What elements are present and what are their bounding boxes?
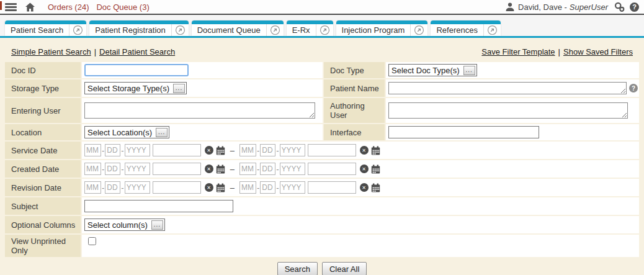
tab-strip: Patient Search Patient Registration Docu… (0, 15, 644, 38)
date-hyphen: - (121, 146, 123, 155)
service-to-calendar-icon[interactable] (371, 146, 380, 155)
doc-type-label: Doc Type (324, 62, 385, 78)
created-from-clear-icon[interactable]: ✕ (205, 165, 213, 173)
storage-type-browse-button[interactable]: ... (173, 84, 185, 93)
service-to-year-input[interactable] (280, 144, 305, 156)
optional-columns-label: Optional Columns (5, 216, 81, 233)
tab-injection-program[interactable]: Injection Program (336, 20, 428, 36)
created-from-day-input[interactable] (105, 163, 120, 175)
detail-patient-search-link[interactable]: Detail Patient Search (99, 47, 175, 56)
revision-to-clear-icon[interactable]: ✕ (360, 183, 369, 192)
view-unprinted-label: View Unprinted Only (5, 235, 81, 257)
created-from-month-input[interactable] (84, 163, 101, 175)
revision-from-calendar-icon[interactable] (216, 183, 225, 192)
storage-type-picker[interactable]: Select Storage Type(s) ... (84, 82, 187, 94)
hamburger-menu-icon[interactable] (5, 3, 17, 11)
top-header-bar: Orders (24) Doc Queue (3) David, Dave - … (0, 0, 644, 15)
view-unprinted-checkbox[interactable] (88, 237, 96, 245)
row-subject: Subject (5, 197, 639, 215)
revision-from-year-input[interactable] (125, 181, 150, 194)
tab-label: E-Rx (287, 25, 316, 35)
patient-name-label: Patient Name (324, 79, 385, 97)
created-to-day-input[interactable] (260, 163, 275, 175)
created-from-date-text-input[interactable] (153, 163, 201, 175)
search-mode-links: Simple Patient Search|Detail Patient Sea… (11, 47, 175, 56)
doc-id-input[interactable] (84, 64, 189, 76)
created-from-calendar-icon[interactable] (216, 165, 225, 174)
date-range-dash: – (230, 146, 235, 155)
clear-all-button[interactable]: Clear All (322, 262, 367, 275)
service-from-day-input[interactable] (105, 144, 120, 156)
service-from-calendar-icon[interactable] (216, 146, 225, 155)
search-button[interactable]: Search (277, 262, 318, 275)
revision-from-month-input[interactable] (84, 181, 101, 194)
tab-references[interactable]: References (431, 20, 500, 36)
help-icon[interactable]: ? (630, 2, 639, 12)
service-to-clear-icon[interactable]: ✕ (360, 146, 369, 155)
tab-label: Document Queue (192, 25, 266, 35)
open-new-window-icon[interactable] (69, 24, 86, 36)
service-from-date-text-input[interactable] (153, 144, 201, 156)
location-label: Location (5, 124, 81, 140)
created-to-month-input[interactable] (239, 163, 256, 175)
open-new-window-icon[interactable] (410, 24, 427, 36)
open-new-window-icon[interactable] (483, 24, 501, 36)
revision-to-date-text-input[interactable] (308, 181, 356, 194)
tab-e-rx[interactable]: E-Rx (287, 20, 333, 36)
tab-document-queue[interactable]: Document Queue (192, 20, 284, 36)
date-range-dash: – (230, 165, 235, 174)
revision-to-month-input[interactable] (239, 181, 256, 194)
patient-name-input[interactable] (388, 82, 627, 94)
revision-from-date-text-input[interactable] (153, 181, 201, 194)
created-date-label: Created Date (5, 160, 81, 178)
show-saved-filters-link[interactable]: Show Saved Filters (563, 47, 633, 56)
entering-user-input[interactable] (84, 102, 315, 119)
created-to-year-input[interactable] (280, 163, 305, 175)
link-icon[interactable] (614, 2, 625, 12)
created-to-calendar-icon[interactable] (371, 165, 380, 174)
action-buttons-row: Search Clear All (5, 258, 639, 275)
doc-type-picker[interactable]: Select Doc Type(s) ... (388, 64, 477, 76)
open-new-window-icon[interactable] (266, 24, 284, 36)
created-to-clear-icon[interactable]: ✕ (360, 165, 369, 173)
home-icon[interactable] (25, 2, 35, 12)
save-filter-template-link[interactable]: Save Filter Template (481, 47, 555, 56)
revision-from-clear-icon[interactable]: ✕ (205, 183, 213, 192)
date-hyphen: - (276, 146, 279, 155)
tab-patient-registration[interactable]: Patient Registration (89, 20, 188, 36)
open-new-window-icon[interactable] (316, 24, 333, 36)
doc-queue-nav-link[interactable]: Doc Queue (3) (96, 2, 149, 12)
authoring-user-input[interactable] (388, 102, 628, 119)
revision-from-day-input[interactable] (105, 181, 120, 194)
entering-user-label: Entering User (5, 98, 81, 123)
optional-columns-picker[interactable]: Select column(s) ... (84, 219, 165, 231)
service-to-month-input[interactable] (239, 144, 256, 156)
date-hyphen: - (257, 146, 259, 155)
link-separator: | (94, 47, 96, 56)
service-to-date-text-input[interactable] (308, 144, 356, 156)
subject-input[interactable] (84, 200, 233, 212)
tab-patient-search[interactable]: Patient Search (5, 20, 86, 36)
revision-to-day-input[interactable] (260, 181, 275, 194)
simple-patient-search-link[interactable]: Simple Patient Search (11, 47, 91, 56)
service-from-clear-icon[interactable]: ✕ (205, 146, 213, 155)
orders-nav-link[interactable]: Orders (24) (48, 2, 89, 12)
subject-label: Subject (5, 197, 81, 215)
patient-name-help-icon[interactable]: ? (629, 84, 638, 92)
revision-to-year-input[interactable] (280, 181, 305, 194)
location-picker[interactable]: Select Location(s) ... (84, 126, 169, 138)
service-from-month-input[interactable] (84, 144, 101, 156)
created-from-year-input[interactable] (125, 163, 150, 175)
optional-columns-browse-button[interactable]: ... (151, 220, 163, 230)
service-to-day-input[interactable] (260, 144, 275, 156)
service-from-year-input[interactable] (125, 144, 150, 156)
location-browse-button[interactable]: ... (156, 128, 168, 137)
doc-type-picker-value: Select Doc Type(s) (391, 66, 460, 75)
open-new-window-icon[interactable] (171, 24, 189, 36)
menu-edge-accent (0, 1, 2, 10)
interface-input[interactable] (388, 126, 539, 138)
date-hyphen: - (121, 165, 123, 174)
created-to-date-text-input[interactable] (308, 163, 356, 175)
doc-type-browse-button[interactable]: ... (463, 66, 475, 75)
revision-to-calendar-icon[interactable] (371, 183, 380, 192)
